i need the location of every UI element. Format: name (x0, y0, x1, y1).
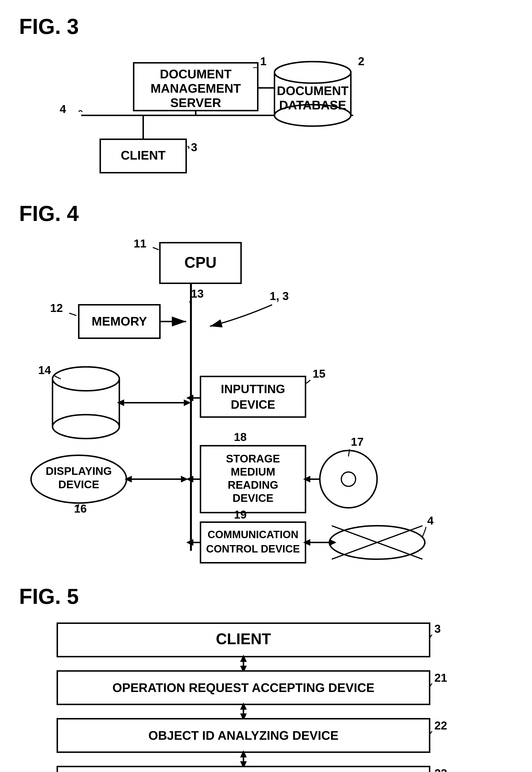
svg-text:4: 4 (60, 103, 66, 115)
svg-text:COMMUNICATION: COMMUNICATION (208, 528, 298, 540)
svg-text:READING: READING (228, 479, 278, 491)
svg-text:23: 23 (434, 767, 447, 772)
svg-text:DEVICE: DEVICE (231, 398, 275, 411)
svg-text:1: 1 (260, 55, 267, 68)
svg-text:3: 3 (191, 141, 197, 153)
svg-text:DOCUMENT: DOCUMENT (277, 84, 349, 98)
svg-text:21: 21 (434, 672, 447, 684)
fig3-title: FIG. 3 (19, 14, 513, 39)
svg-text:OBJECT ID ANALYZING DEVICE: OBJECT ID ANALYZING DEVICE (148, 729, 338, 742)
svg-text:SERVER: SERVER (170, 96, 221, 110)
svg-point-37 (53, 415, 119, 439)
svg-text:16: 16 (74, 502, 87, 515)
svg-text:DEVICE: DEVICE (232, 492, 273, 504)
svg-text:DOCUMENT: DOCUMENT (160, 67, 232, 81)
svg-text:2: 2 (358, 55, 364, 68)
fig5-diagram: CLIENT 3 OPERATION REQUEST ACCEPTING DEV… (19, 619, 513, 772)
fig5-svg: CLIENT 3 OPERATION REQUEST ACCEPTING DEV… (19, 619, 520, 772)
svg-text:11: 11 (134, 237, 146, 250)
svg-text:14: 14 (38, 364, 51, 376)
svg-text:15: 15 (313, 367, 325, 380)
fig4-title: FIG. 4 (19, 202, 513, 226)
svg-point-65 (341, 472, 356, 486)
svg-marker-74 (186, 539, 193, 546)
fig5-title: FIG. 5 (19, 584, 513, 609)
svg-text:12: 12 (50, 302, 63, 314)
svg-point-38 (53, 367, 119, 391)
svg-text:STORAGE: STORAGE (226, 452, 280, 465)
svg-text:DISPLAYING: DISPLAYING (46, 465, 112, 477)
svg-point-13 (274, 62, 351, 83)
svg-text:17: 17 (351, 435, 363, 448)
svg-text:MEDIUM: MEDIUM (231, 465, 275, 478)
svg-text:3: 3 (434, 623, 441, 635)
fig4-svg: CPU 11 1, 3 MEMORY 12 13 (19, 236, 520, 565)
svg-rect-104 (57, 767, 430, 772)
svg-text:CPU: CPU (184, 254, 216, 271)
page: FIG. 3 DOCUMENT MANAGEMENT SERVER 1 (0, 0, 532, 772)
fig3-diagram: DOCUMENT MANAGEMENT SERVER 1 DOCUMENT DA… (19, 48, 513, 182)
fig4-diagram: CPU 11 1, 3 MEMORY 12 13 (19, 236, 513, 565)
svg-text:1, 3: 1, 3 (270, 290, 289, 302)
svg-rect-69 (200, 522, 306, 563)
fig3-svg: DOCUMENT MANAGEMENT SERVER 1 DOCUMENT DA… (19, 48, 449, 182)
svg-text:13: 13 (191, 287, 204, 300)
svg-text:MEMORY: MEMORY (92, 314, 147, 328)
svg-text:DATABASE: DATABASE (279, 98, 346, 112)
svg-text:19: 19 (234, 508, 247, 521)
svg-text:OPERATION REQUEST ACCEPTING DE: OPERATION REQUEST ACCEPTING DEVICE (112, 681, 374, 695)
svg-marker-63 (186, 476, 193, 482)
svg-text:CLIENT: CLIENT (121, 148, 166, 162)
svg-marker-41 (184, 399, 191, 406)
svg-text:22: 22 (434, 719, 447, 732)
svg-marker-48 (186, 395, 193, 401)
svg-text:DEVICE: DEVICE (58, 478, 99, 491)
svg-text:CONTROL DEVICE: CONTROL DEVICE (206, 543, 300, 554)
svg-text:CLIENT: CLIENT (216, 630, 271, 648)
svg-text:INPUTTING: INPUTTING (221, 382, 285, 396)
svg-text:MANAGEMENT: MANAGEMENT (151, 81, 241, 95)
svg-text:18: 18 (234, 431, 247, 443)
svg-text:4: 4 (427, 514, 434, 527)
